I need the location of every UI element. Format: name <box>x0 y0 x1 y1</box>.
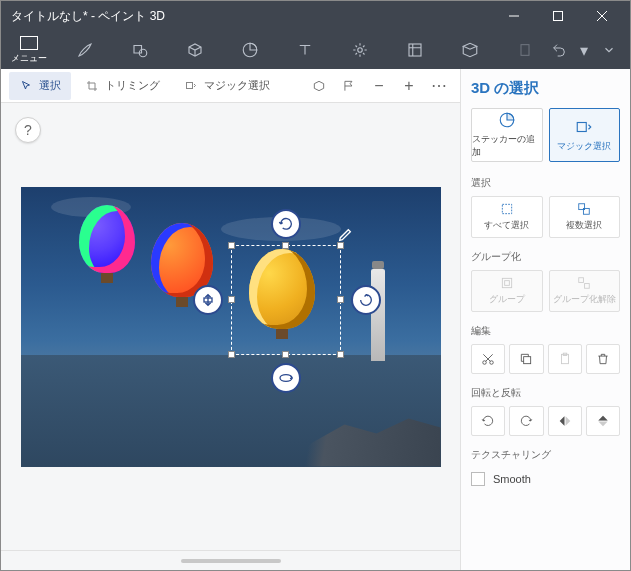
minimize-button[interactable] <box>492 1 536 31</box>
effects-icon[interactable] <box>343 35 377 65</box>
crop-icon <box>85 79 99 93</box>
svg-rect-17 <box>502 278 511 287</box>
rotate-right-icon <box>519 414 533 428</box>
select-tool[interactable]: 選択 <box>9 72 71 100</box>
smooth-checkbox[interactable] <box>471 472 485 486</box>
history-dropdown-icon[interactable]: ▾ <box>576 35 592 65</box>
svg-rect-14 <box>502 204 511 213</box>
ungroup-button: グループ化解除 <box>549 270 621 312</box>
help-button[interactable]: ? <box>15 117 41 143</box>
section-group-label: グループ化 <box>471 250 620 264</box>
canvas[interactable] <box>21 187 441 467</box>
status-bar <box>1 550 460 570</box>
rotate-bottom-handle[interactable] <box>271 363 301 393</box>
svg-point-6 <box>358 48 363 53</box>
cursor-icon <box>19 79 33 93</box>
rotate-top-handle[interactable] <box>271 209 301 239</box>
paste-icon <box>558 352 572 366</box>
brushes-icon[interactable] <box>68 35 102 65</box>
cut-icon <box>481 352 495 366</box>
delete-button[interactable] <box>586 344 620 374</box>
select-label: 選択 <box>39 78 61 93</box>
depth-handle[interactable] <box>193 285 223 315</box>
paste-button <box>548 344 582 374</box>
multi-select-icon <box>577 202 591 216</box>
svg-rect-1 <box>554 12 563 21</box>
text-icon[interactable] <box>288 35 322 65</box>
panel-title: 3D の選択 <box>471 79 620 98</box>
crop-tool[interactable]: トリミング <box>75 72 170 100</box>
ungroup-icon <box>577 276 591 290</box>
svg-rect-20 <box>585 284 590 289</box>
svg-rect-19 <box>579 278 584 283</box>
svg-rect-9 <box>187 82 193 88</box>
selection-box[interactable] <box>231 245 341 355</box>
magic-select-button[interactable]: マジック選択 <box>549 108 621 162</box>
zoom-in-icon[interactable]: + <box>396 73 422 99</box>
select-all-icon <box>500 202 514 216</box>
sticker-icon <box>498 111 516 129</box>
smooth-label: Smooth <box>493 473 531 485</box>
close-button[interactable] <box>580 1 624 31</box>
more-icon[interactable]: ⋯ <box>426 73 452 99</box>
flag-icon[interactable] <box>336 73 362 99</box>
view-3d-icon[interactable] <box>306 73 332 99</box>
maximize-button[interactable] <box>536 1 580 31</box>
edit-handle-icon[interactable] <box>337 227 353 243</box>
crop-label: トリミング <box>105 78 160 93</box>
copy-button[interactable] <box>509 344 543 374</box>
section-texture-label: テクスチャリング <box>471 448 620 462</box>
flip-h-icon <box>558 414 572 428</box>
flip-v-icon <box>596 414 610 428</box>
magic-select-tool[interactable]: マジック選択 <box>174 72 280 100</box>
section-edit-label: 編集 <box>471 324 620 338</box>
3d-library-icon[interactable] <box>453 35 487 65</box>
group-icon <box>500 276 514 290</box>
svg-rect-7 <box>409 44 421 56</box>
rotate-left-icon <box>481 414 495 428</box>
paste-icon[interactable] <box>508 35 542 65</box>
sticker-add-button[interactable]: ステッカーの追加 <box>471 108 543 162</box>
3d-shapes-icon[interactable] <box>178 35 212 65</box>
group-button: グループ <box>471 270 543 312</box>
copy-icon <box>519 352 533 366</box>
canvas-icon[interactable] <box>398 35 432 65</box>
section-rotate-label: 回転と反転 <box>471 386 620 400</box>
menu-button[interactable]: メニュー <box>5 36 53 65</box>
magic-select-icon <box>575 118 593 136</box>
flip-horizontal-button[interactable] <box>548 406 582 436</box>
stickers-icon[interactable] <box>233 35 267 65</box>
expand-icon[interactable] <box>592 35 626 65</box>
rotate-right-handle[interactable] <box>351 285 381 315</box>
cut-button[interactable] <box>471 344 505 374</box>
flip-vertical-button[interactable] <box>586 406 620 436</box>
svg-rect-18 <box>504 281 509 286</box>
rotate-right-button[interactable] <box>509 406 543 436</box>
multi-select-button[interactable]: 複数選択 <box>549 196 621 238</box>
section-select-label: 選択 <box>471 176 620 190</box>
undo-icon[interactable] <box>542 35 576 65</box>
trash-icon <box>596 352 610 366</box>
zoom-out-icon[interactable]: − <box>366 73 392 99</box>
magic-icon <box>184 79 198 93</box>
svg-rect-13 <box>578 122 587 131</box>
magic-label: マジック選択 <box>204 78 270 93</box>
rotate-left-button[interactable] <box>471 406 505 436</box>
select-all-button[interactable]: すべて選択 <box>471 196 543 238</box>
menu-label: メニュー <box>11 52 47 65</box>
svg-rect-23 <box>524 357 531 364</box>
svg-rect-8 <box>521 45 529 56</box>
2d-shapes-icon[interactable] <box>123 35 157 65</box>
window-title: タイトルなし* - ペイント 3D <box>11 8 492 25</box>
